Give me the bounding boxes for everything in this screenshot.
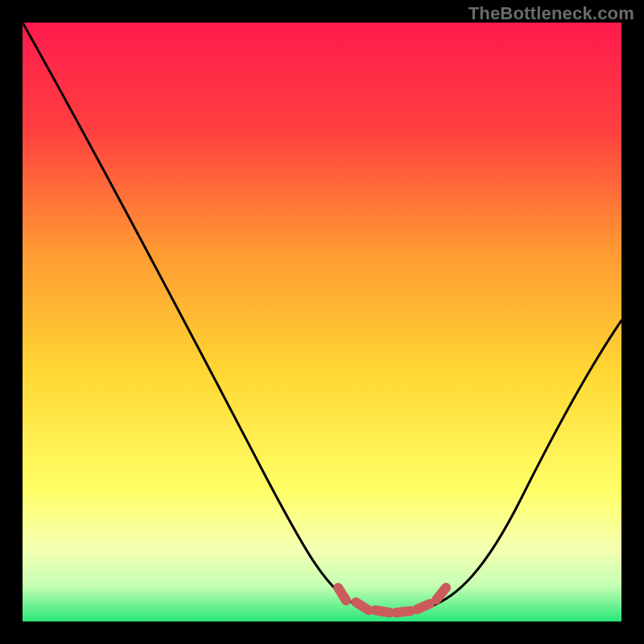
optimal-marker [375,610,390,613]
bottleneck-chart [23,23,621,621]
gradient-background [23,23,621,621]
optimal-marker [356,602,369,610]
optimal-marker [396,611,411,613]
watermark-text: TheBottleneck.com [469,3,634,24]
optimal-marker [417,604,430,609]
chart-frame: TheBottleneck.com [0,0,644,644]
optimal-marker [338,588,346,601]
